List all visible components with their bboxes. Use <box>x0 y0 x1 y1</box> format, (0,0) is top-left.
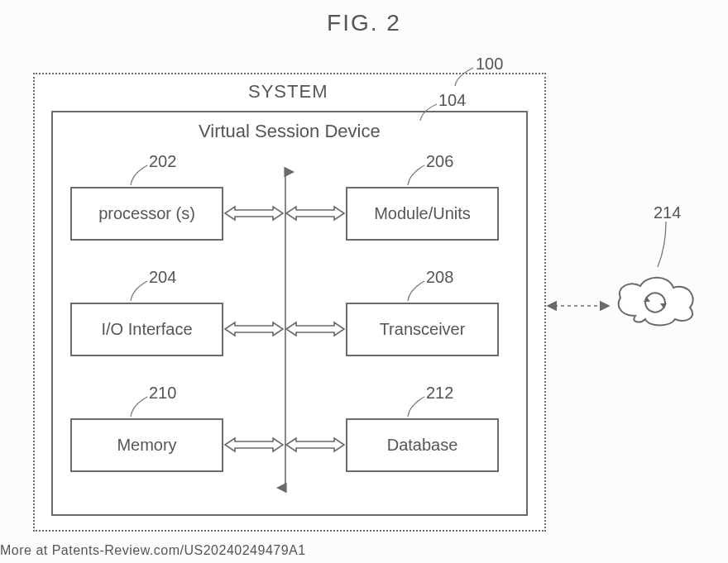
leader-202 <box>131 165 147 185</box>
leader-214 <box>658 222 666 267</box>
leader-210 <box>131 397 147 417</box>
arrow-bus-transceiver <box>286 322 344 336</box>
leader-208 <box>408 281 424 301</box>
arrow-bus-database <box>286 438 344 451</box>
leader-206 <box>408 165 424 185</box>
arrow-io-bus <box>225 322 283 336</box>
watermark: More at Patents-Review.com/US20240249479… <box>0 543 306 558</box>
cloud-sync-icon <box>619 278 693 326</box>
leader-104 <box>420 104 437 121</box>
diagram-connectors <box>0 0 728 563</box>
arrow-bus-module <box>286 207 344 220</box>
leader-100 <box>455 68 473 86</box>
leader-204 <box>131 281 147 301</box>
arrow-memory-bus <box>225 438 283 451</box>
leader-212 <box>408 397 424 417</box>
arrow-processor-bus <box>225 207 283 220</box>
